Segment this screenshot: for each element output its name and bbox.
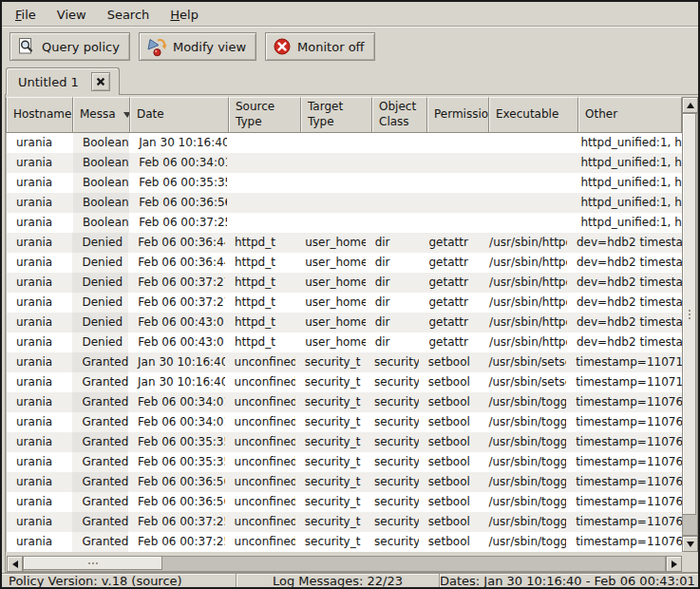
cell-date: Feb 06 00:37:25 [129, 213, 226, 233]
table-row[interactable]: uraniaGrantedFeb 06 00:36:56unconfined_s… [7, 492, 682, 512]
cell-other: timestamp=11071 [566, 372, 682, 392]
table-row[interactable]: uraniaGrantedFeb 06 00:34:01unconfined_s… [7, 412, 682, 432]
table-row[interactable]: uraniaDeniedFeb 06 00:36:44httpd_tuser_h… [7, 233, 682, 253]
cell-date: Feb 06 00:43:01 [128, 332, 225, 352]
cell-executable [483, 193, 572, 213]
cell-source-type: httpd_t [225, 332, 295, 352]
horizontal-scrollbar [7, 556, 682, 572]
horizontal-scroll-track[interactable] [23, 556, 666, 572]
cell-object-class [369, 213, 423, 233]
header-label: Source Type [236, 100, 274, 129]
table-row[interactable]: uraniaDeniedFeb 06 00:43:01httpd_tuser_h… [7, 313, 682, 332]
table-row[interactable]: uraniaBooleanFeb 06 00:36:56httpd_unifie… [7, 193, 682, 213]
cell-executable: /usr/sbin/toggle [479, 532, 566, 552]
cell-message: Granted [72, 372, 128, 392]
table-row[interactable]: uraniaDeniedFeb 06 00:43:01httpd_tuser_h… [7, 332, 682, 352]
cell-object-class: security [365, 512, 419, 532]
menu-bar: FileViewSearchHelp [2, 2, 698, 28]
cell-date: Feb 06 00:34:01 [128, 412, 224, 432]
cell-hostname: urania [7, 173, 73, 193]
table-row[interactable]: uraniaGrantedFeb 06 00:37:25unconfined_s… [7, 532, 682, 552]
cell-hostname: urania [7, 313, 72, 332]
cell-message: Denied [72, 273, 128, 293]
cell-permission [423, 173, 483, 193]
cell-target-type [298, 133, 369, 153]
cell-other: dev=hdb2 timesta [567, 253, 682, 273]
cell-target-type: security_t [295, 432, 365, 452]
vertical-scroll-track[interactable] [682, 113, 698, 536]
table-row[interactable]: uraniaDeniedFeb 06 00:36:44httpd_tuser_h… [7, 253, 682, 273]
header-cell-date[interactable]: Date [130, 97, 229, 133]
left-arrow-icon [12, 560, 18, 568]
cell-message: Denied [72, 233, 128, 253]
table-row[interactable]: uraniaGrantedFeb 06 00:34:01unconfined_s… [7, 392, 682, 412]
vertical-scroll-thumb[interactable] [682, 113, 696, 515]
cell-message: Denied [72, 253, 128, 273]
tab-close-button[interactable] [91, 72, 110, 91]
scroll-right-button[interactable] [666, 556, 682, 572]
table-row[interactable]: uraniaDeniedFeb 06 00:37:27httpd_tuser_h… [7, 293, 682, 313]
cell-message: Boolean [73, 173, 129, 193]
table-row[interactable]: uraniaBooleanFeb 06 00:37:25httpd_unifie… [7, 213, 682, 233]
table-row[interactable]: uraniaDeniedFeb 06 00:37:27httpd_tuser_h… [7, 273, 682, 293]
cell-hostname: urania [7, 352, 72, 372]
menu-item-file[interactable]: File [5, 4, 47, 26]
table-row[interactable]: uraniaGrantedFeb 06 00:37:25unconfined_s… [7, 512, 682, 532]
header-cell-message[interactable]: Messa [73, 97, 130, 133]
cell-message: Denied [72, 293, 128, 313]
scroll-down-button[interactable] [682, 536, 698, 552]
close-icon [96, 75, 105, 89]
table-row[interactable]: uraniaGrantedJan 30 10:16:40unconfined_s… [7, 372, 682, 392]
header-cell-other[interactable]: Other [578, 97, 682, 133]
header-cell-target-type[interactable]: Target Type [301, 97, 372, 133]
table-row[interactable]: uraniaGrantedFeb 06 00:35:35unconfined_s… [7, 432, 682, 452]
cell-target-type: security_t [295, 472, 365, 492]
table-row[interactable]: uraniaBooleanFeb 06 00:34:01httpd_unifie… [7, 153, 682, 173]
cell-target-type: user_home_ [295, 273, 365, 293]
table-row[interactable]: uraniaGrantedJan 30 10:16:40unconfined_s… [7, 352, 682, 372]
monitor-off-button[interactable]: Monitor off [265, 32, 374, 61]
cell-target-type: user_home_ [295, 233, 365, 253]
cell-source-type: unconfined_ [225, 532, 295, 552]
table-row[interactable]: uraniaGrantedFeb 06 00:36:56unconfined_s… [7, 472, 682, 492]
cell-date: Feb 06 00:35:35 [128, 452, 224, 472]
header-cell-permission[interactable]: Permission [427, 97, 489, 133]
menu-item-search[interactable]: Search [97, 4, 161, 26]
header-cell-object-class[interactable]: Object Class [372, 97, 427, 133]
table-row[interactable]: uraniaBooleanFeb 06 00:35:35httpd_unifie… [7, 173, 682, 193]
scroll-up-button[interactable] [682, 97, 698, 113]
cell-message: Granted [72, 352, 128, 372]
cell-source-type: unconfined_ [225, 512, 295, 532]
header-cell-hostname[interactable]: Hostname [6, 97, 73, 133]
modify-view-button[interactable]: Modify view [139, 32, 256, 61]
cell-target-type [298, 213, 369, 233]
cell-source-type: httpd_t [225, 273, 295, 293]
table-row[interactable]: uraniaBooleanJan 30 10:16:40httpd_unifie… [7, 133, 682, 153]
cell-other: timestamp=11076 [566, 472, 682, 492]
query-policy-label: Query policy [42, 40, 120, 54]
cell-date: Feb 06 00:35:35 [129, 173, 226, 193]
cell-date: Feb 06 00:35:35 [128, 432, 224, 452]
menu-item-view[interactable]: View [47, 4, 97, 26]
tab-untitled-1[interactable]: Untitled 1 [6, 67, 120, 95]
cell-object-class: security [365, 412, 419, 432]
cell-other: timestamp=11076 [566, 452, 682, 472]
query-policy-button[interactable]: Query policy [9, 32, 130, 61]
header-cell-source-type[interactable]: Source Type [229, 97, 301, 133]
menu-item-help[interactable]: Help [160, 4, 209, 26]
cell-hostname: urania [7, 432, 72, 452]
cell-executable [483, 213, 572, 233]
cell-other: timestamp=11076 [566, 392, 682, 412]
cell-date: Feb 06 00:36:44 [128, 253, 225, 273]
horizontal-scroll-thumb[interactable] [23, 556, 162, 570]
cell-object-class [369, 153, 423, 173]
cell-permission: getattr [419, 293, 480, 313]
cell-object-class: dir [366, 293, 420, 313]
status-dates: Dates: Jan 30 10:16:40 - Feb 06 00:43:01 [439, 574, 698, 589]
table-row[interactable]: uraniaGrantedFeb 06 00:35:35unconfined_s… [7, 452, 682, 472]
cell-source-type: unconfined_ [225, 412, 295, 432]
header-cell-executable[interactable]: Executable [489, 97, 578, 133]
cell-hostname: urania [7, 392, 72, 412]
scroll-left-button[interactable] [7, 556, 23, 572]
cell-hostname: urania [7, 193, 73, 213]
